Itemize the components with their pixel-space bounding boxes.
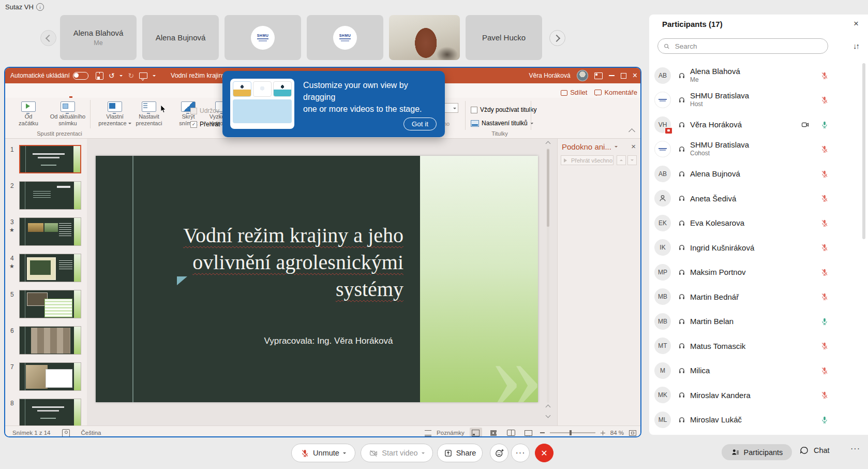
ribbon-tab[interactable] [48,92,57,98]
ribbon-tab[interactable] [20,92,29,98]
leave-meeting-button[interactable]: ✕ [535,444,553,462]
participant-row[interactable]: MB Martin Bednář [649,285,868,310]
slide-thumbnail[interactable]: 2 ★ [5,181,87,211]
language-indicator[interactable]: Čeština [81,430,101,436]
zoom-level[interactable]: 84 % [610,430,624,436]
scrollbar-thumb[interactable] [547,149,549,227]
participant-row[interactable]: AB Alena Bujnová [649,162,868,186]
present-icon[interactable] [139,72,147,79]
got-it-button[interactable]: Got it [403,118,437,130]
slide-thumbnail[interactable]: 3 ★ [5,217,87,247]
restore-icon[interactable] [621,73,626,79]
video-tile[interactable]: Alena Blahová Me SHMU [60,15,137,60]
comments-button[interactable]: Komentáře [594,89,637,96]
mic-muted-icon[interactable] [820,194,829,202]
participant-row[interactable]: EK Eva Kolesarova [649,211,868,236]
slide-author-text[interactable]: Vypracovala: Ing. Věra Horáková [220,336,437,346]
ribbon-tab[interactable] [57,92,66,98]
participant-row[interactable]: IK Ingrid Kušniráková [649,236,868,260]
mic-muted-icon[interactable] [820,96,829,104]
mic-muted-icon[interactable] [820,170,829,178]
chat-toggle-button[interactable]: Chat [800,446,830,455]
participant-row[interactable]: MT Matus Tomascik [649,334,868,359]
participants-toggle-button[interactable]: Participants [722,444,792,460]
more-options-button[interactable]: ··· [511,444,530,462]
slide-title[interactable]: Vodní režim krajiny a jehoovlivnění agro… [163,222,403,303]
participant-row[interactable]: ML Miroslav Lukáč [649,407,868,432]
mic-muted-icon[interactable] [820,219,829,227]
slide-thumbnail[interactable]: 8 ★ [5,399,87,426]
move-later-button[interactable] [627,155,637,165]
participant-row[interactable]: SHMU Bratislava Host [649,88,868,113]
ribbon-button[interactable]: Vlastní prezentace [98,100,132,128]
pane-close-icon[interactable]: × [631,142,636,151]
footer-more-button[interactable]: ··· [850,444,860,453]
participant-search[interactable] [657,38,828,54]
ribbon-tab[interactable] [29,92,38,98]
share-button[interactable]: Share [437,444,483,462]
sort-icon[interactable] [853,41,859,50]
account-avatar[interactable] [577,70,588,81]
participant-row[interactable]: MK Miroslav Kandera [649,383,868,408]
slide-thumbnail[interactable]: 5 ★ [5,290,87,320]
mic-muted-icon[interactable] [820,243,829,252]
video-tile[interactable]: SHMU [307,15,383,60]
notes-button[interactable]: Poznámky [437,430,465,436]
slide-thumbnail[interactable]: 6 ★ [5,326,87,356]
search-input[interactable] [674,42,822,51]
zoom-out-icon[interactable] [540,432,545,433]
ribbon-display-icon[interactable] [594,72,603,79]
mic-muted-icon[interactable] [820,367,829,375]
previous-slide-icon[interactable] [545,404,551,410]
ribbon-button[interactable]: Od začátku [8,100,49,128]
collapse-ribbon-icon[interactable] [628,128,635,135]
ribbon-tab[interactable] [66,92,76,98]
minimize-icon[interactable] [609,75,615,76]
mic-muted-icon[interactable] [820,145,829,153]
video-tile[interactable]: Alena Bujnová SHMU [142,15,219,60]
panel-close-icon[interactable]: × [854,19,859,29]
move-earlier-button[interactable] [617,155,626,165]
ribbon-tab[interactable] [38,92,48,98]
undo-icon[interactable]: ↺ [109,72,115,79]
play-all-button[interactable]: Přehrát všechno [561,155,613,165]
slide-thumbnail[interactable]: 7 ★ [5,362,87,392]
ribbon-tab[interactable] [10,92,20,98]
slide-thumbnail[interactable]: 1 ★ [5,145,87,175]
animation-pane-title[interactable]: Podokno ani... [562,142,618,151]
filmstrip-next-button[interactable] [549,30,565,46]
mic-on-icon[interactable] [820,416,829,424]
chevron-down-icon[interactable] [343,452,346,456]
mic-muted-icon[interactable] [820,391,829,399]
scroll-up-icon[interactable] [545,141,551,146]
slide-thumbnail-panel[interactable]: 1 ★ 2 ★ 3 ★ [5,139,87,426]
share-document-button[interactable]: Sdílet [561,89,587,96]
normal-view-button[interactable] [470,428,482,437]
mic-muted-icon[interactable] [820,342,829,350]
accessibility-icon[interactable] [62,429,70,437]
participant-row[interactable]: MB Martin Belan [649,309,868,334]
participant-row[interactable]: Aneta Šedivá [649,186,868,211]
save-icon[interactable] [96,72,103,80]
next-slide-icon[interactable] [545,413,551,418]
panel-scrollbar[interactable] [862,63,865,426]
mic-on-icon[interactable] [820,121,829,129]
ribbon-tab[interactable] [76,92,85,98]
qat-customize-icon[interactable] [153,75,156,78]
filmstrip-prev-button[interactable] [40,30,56,46]
info-icon[interactable] [36,3,44,11]
close-icon[interactable]: × [633,71,637,80]
mic-on-icon[interactable] [820,317,829,326]
current-slide[interactable]: Vodní režim krajiny a jehoovlivnění agro… [96,156,538,402]
fit-to-window-icon[interactable] [629,430,636,436]
reading-view-button[interactable] [505,428,517,437]
keep-updated-checkbox[interactable]: Udržov [190,107,219,114]
slide-sorter-view-button[interactable] [487,428,500,437]
participant-row[interactable]: M Milica [649,358,868,383]
undo-dropdown-icon[interactable] [119,75,123,78]
subtitle-settings-button[interactable]: Nastavení titulků [471,120,533,127]
always-subtitles-checkbox[interactable]: Vždy používat titulky [471,106,536,113]
video-on-icon[interactable] [801,121,810,129]
zoom-slider-thumb[interactable] [570,430,572,435]
slide-canvas[interactable]: Vodní režim krajiny a jehoovlivnění agro… [87,139,557,426]
